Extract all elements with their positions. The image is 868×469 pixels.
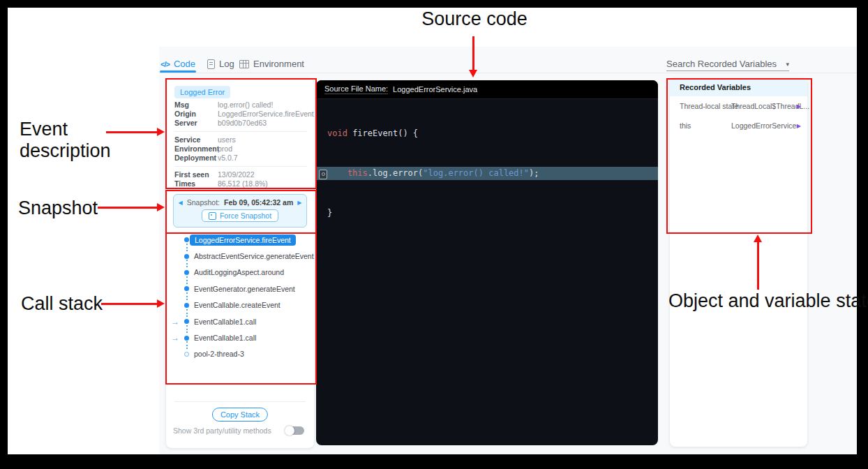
annotated-screenshot: </> Code Log Environment Search Recorded… xyxy=(0,0,868,469)
event-row-environment: Environment prod xyxy=(174,144,307,154)
stack-frame[interactable]: → EventCallable1.call xyxy=(166,313,314,329)
tab-environment[interactable]: Environment xyxy=(239,59,304,69)
code-line-1: void fireEvent() { xyxy=(316,127,658,140)
logged-error-badge: Logged Error xyxy=(174,86,230,98)
event-row-service: Service users xyxy=(174,135,307,144)
tab-log[interactable]: Log xyxy=(207,59,234,69)
stack-frame[interactable]: → EventCallable1.call xyxy=(166,329,314,345)
divider xyxy=(174,131,307,132)
code-editor: void fireEvent() { this.log.error("log.e… xyxy=(316,99,658,246)
arrow-line xyxy=(106,131,158,133)
jump-arrow-icon: → xyxy=(171,317,179,327)
chevron-down-icon: ▾ xyxy=(786,61,789,68)
source-file-name: LoggedErrorService.java xyxy=(393,85,477,94)
expand-icon[interactable]: ▶ xyxy=(797,103,801,110)
stack-dot-icon xyxy=(184,319,189,324)
annotation-source-code: Source code xyxy=(419,8,530,30)
annotation-call-stack: Call stack xyxy=(21,293,103,315)
source-code-panel: Source File Name: LoggedErrorService.jav… xyxy=(316,80,658,445)
event-row-times: Times 86,512 (18.8%) xyxy=(174,179,307,188)
arrow-line xyxy=(98,207,158,209)
stack-dot-icon xyxy=(184,237,189,242)
snapshot-timestamp: Feb 09, 05:42:32 am xyxy=(224,198,293,207)
expand-icon[interactable]: ▶ xyxy=(797,123,801,129)
snapshot-navigator: ◀ Snapshot: Feb 09, 05:42:32 am ▶ xyxy=(174,198,306,207)
prev-snapshot-button[interactable]: ◀ xyxy=(179,200,183,206)
event-info: Msg log.error() called! Origin LoggedErr… xyxy=(174,100,307,188)
annotation-event-description: Event description xyxy=(20,119,111,162)
snapshot-panel: ◀ Snapshot: Feb 09, 05:42:32 am ▶ Force … xyxy=(173,194,307,228)
stack-frame[interactable]: EventGenerator.generateEvent xyxy=(166,281,314,297)
recorded-variables-header: Recorded Variables xyxy=(670,78,807,96)
thread-dot-icon xyxy=(184,352,189,357)
stack-frame[interactable]: LoggedErrorService.fireEvent xyxy=(166,232,314,248)
event-row-origin: Origin LoggedErrorService.fireEvent xyxy=(174,110,307,119)
tab-code-label: Code xyxy=(174,59,195,69)
tab-environment-label: Environment xyxy=(253,59,304,69)
divider xyxy=(174,166,307,167)
stack-frame-thread[interactable]: pool-2-thread-3 xyxy=(166,346,314,362)
arrow-head-down-icon xyxy=(469,70,477,77)
arrow-head-right-icon xyxy=(157,299,165,308)
annotation-object-state: Object and variable state xyxy=(668,290,868,312)
toggle-knob xyxy=(285,426,294,436)
snapshot-gutter-icon[interactable] xyxy=(319,170,327,179)
event-details-card: Logged Error Msg log.error() called! Ori… xyxy=(166,78,314,448)
stack-frame[interactable]: EventCallable.createEvent xyxy=(166,297,314,313)
stack-frame[interactable]: AuditLoggingAspect.around xyxy=(166,265,314,281)
annotation-snapshot: Snapshot xyxy=(18,198,98,219)
arrow-line xyxy=(101,303,158,305)
toggle-label: Show 3rd party/utility methods xyxy=(173,426,271,435)
search-select-label: Search Recorded Variables xyxy=(666,59,777,69)
copy-stack-button[interactable]: Copy Stack xyxy=(212,408,268,422)
stack-dot-icon xyxy=(184,254,189,259)
source-file-header: Source File Name: LoggedErrorService.jav… xyxy=(316,80,658,99)
stack-dot-icon xyxy=(184,286,189,291)
code-line-3: } xyxy=(316,207,658,220)
snapshot-frame-icon xyxy=(209,212,216,220)
tab-log-label: Log xyxy=(219,59,234,69)
search-recorded-variables-select[interactable]: Search Recorded Variables ▾ xyxy=(666,57,789,71)
arrow-line xyxy=(757,241,759,290)
log-icon xyxy=(207,59,215,69)
stack-dot-icon xyxy=(184,303,189,308)
variable-row[interactable]: Thread-local state ThreadLocal$ThreadL..… xyxy=(670,96,807,116)
divider xyxy=(174,401,306,402)
force-snapshot-button[interactable]: Force Snapshot xyxy=(202,209,278,222)
event-row-first-seen: First seen 13/09/2022 xyxy=(174,170,307,179)
stack-dot-icon xyxy=(184,270,189,275)
tab-code[interactable]: </> Code xyxy=(160,59,195,69)
stack-frame[interactable]: AbstractEventService.generateEvent xyxy=(166,248,314,264)
jump-arrow-icon: → xyxy=(171,333,179,343)
source-file-label: Source File Name: xyxy=(324,84,388,94)
third-party-toggle-row: Show 3rd party/utility methods xyxy=(173,426,304,436)
recorded-variables-card: Recorded Variables Thread-local state Th… xyxy=(670,78,807,447)
stack-dot-icon xyxy=(184,336,189,341)
snapshot-label: Snapshot: xyxy=(187,198,220,207)
active-tab-underline xyxy=(160,70,196,73)
event-row-server: Server b09d0b70ed63 xyxy=(174,119,307,128)
event-row-msg: Msg log.error() called! xyxy=(174,100,307,110)
environment-icon xyxy=(239,60,249,68)
arrow-head-right-icon xyxy=(157,203,165,211)
code-line-2-highlighted: this.log.error("log.error() called!"); xyxy=(316,167,658,180)
tabbar-divider xyxy=(159,73,857,73)
code-icon: </> xyxy=(160,60,170,68)
third-party-toggle[interactable] xyxy=(285,426,304,436)
arrow-head-up-icon xyxy=(754,234,762,242)
next-snapshot-button[interactable]: ▶ xyxy=(297,200,301,206)
arrow-head-right-icon xyxy=(157,128,165,136)
event-row-deployment: Deployment v5.0.7 xyxy=(174,154,307,163)
call-stack-list: LoggedErrorService.fireEvent AbstractEve… xyxy=(166,232,314,362)
arrow-line xyxy=(472,36,474,71)
variable-row[interactable]: this LoggedErrorService ▶ xyxy=(670,116,807,135)
force-snapshot-label: Force Snapshot xyxy=(220,211,271,220)
